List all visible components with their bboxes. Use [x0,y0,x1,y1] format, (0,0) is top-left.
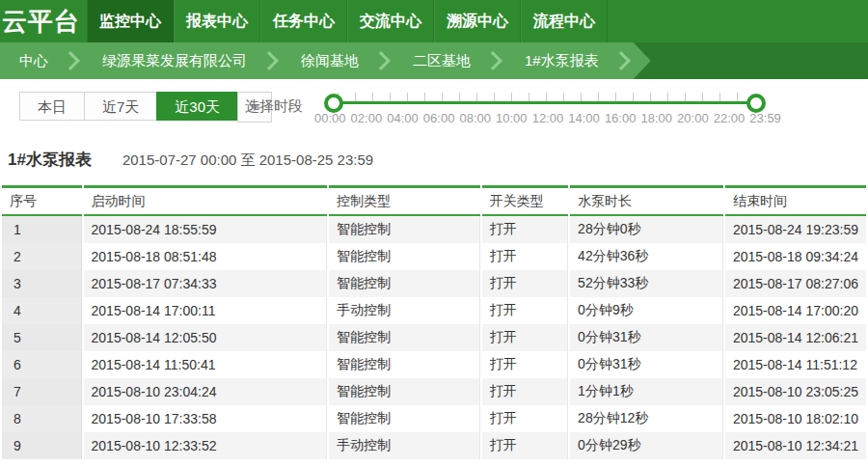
slider-tick-label: 10:00 [496,111,528,125]
date-range-button-group: 本日 近7天 近30天 [19,92,272,123]
column-header: 序号 [2,185,82,216]
date-range-button[interactable]: 近7天 [84,92,156,121]
cell-index: 8 [2,405,82,432]
table-row[interactable]: 3 2015-08-17 07:34:33 智能控制 打开 52分钟33秒 20… [2,270,866,297]
slider-tick-label: 18:00 [640,111,672,125]
cell-control-type: 智能控制 [329,243,480,270]
table-row[interactable]: 8 2015-08-10 17:33:58 智能控制 打开 28分钟12秒 20… [2,405,866,432]
cell-index: 5 [2,324,82,351]
top-navbar: 云平台 监控中心 报表中心 任务中心 交流中心 溯源中心 流程中心 [0,0,868,42]
slider-handle-end[interactable] [746,94,766,113]
breadcrumb-item[interactable]: 二区基地 [393,42,505,79]
date-range-button[interactable]: 近30天 [156,92,237,121]
cell-duration: 0分钟31秒 [570,351,723,378]
table-row[interactable]: 4 2015-08-14 17:00:11 手动控制 打开 0分钟9秒 2015… [2,297,866,324]
date-range-button[interactable]: 本日 [19,92,84,121]
cell-end-time: 2015-08-14 17:00:20 [725,297,866,324]
chevron-right-icon [61,51,80,70]
slider-tick-label: 22:00 [714,111,746,125]
cell-switch-type: 打开 [482,270,568,297]
slider-tick-label: 23:59 [749,111,781,125]
cell-switch-type: 打开 [482,378,568,405]
table-row[interactable]: 7 2015-08-10 23:04:24 智能控制 打开 1分钟1秒 2015… [2,378,866,405]
table-row[interactable]: 6 2015-08-14 11:50:41 智能控制 打开 0分钟31秒 201… [2,351,866,378]
cell-duration: 0分钟9秒 [570,297,723,324]
pump-report-table: 序号 启动时间 控制类型 开关类型 水泵时长 结束时间 1 2015-08-24… [0,185,868,459]
nav-item[interactable]: 任务中心 [260,0,347,42]
table-row[interactable]: 9 2015-08-10 12:33:52 手动控制 打开 0分钟29秒 201… [2,432,866,459]
cell-control-type: 智能控制 [329,351,480,378]
cell-index: 2 [2,243,82,270]
nav-item[interactable]: 报表中心 [174,0,260,42]
column-header: 结束时间 [725,185,866,216]
cell-index: 4 [2,297,82,324]
cell-switch-type: 打开 [482,324,568,351]
slider-tick-label: 12:00 [532,111,564,125]
cell-control-type: 手动控制 [329,297,480,324]
cell-control-type: 智能控制 [329,378,480,405]
cell-start-time: 2015-08-14 17:00:11 [84,297,328,324]
cell-duration: 28分钟0秒 [570,216,723,243]
slider-tick-label: 20:00 [677,111,709,125]
cell-index: 3 [2,270,82,297]
breadcrumb-item[interactable]: 绿源果菜发展有限公司 [83,42,282,79]
breadcrumb-end-arrow [634,42,651,79]
nav-item[interactable]: 流程中心 [521,0,608,42]
cell-start-time: 2015-08-14 12:05:50 [84,324,328,351]
column-header: 开关类型 [482,185,568,216]
table-row[interactable]: 5 2015-08-14 12:05:50 智能控制 打开 0分钟31秒 201… [2,324,866,351]
slider-track[interactable] [332,101,758,104]
cell-control-type: 智能控制 [329,405,480,432]
slider-tick-label: 14:00 [568,111,600,125]
chevron-right-icon [371,51,391,70]
breadcrumb-item-label: 二区基地 [413,52,471,70]
cell-index: 7 [2,378,82,405]
cell-index: 1 [2,216,82,243]
breadcrumb-item[interactable]: 中心 [0,42,83,79]
breadcrumb-item-label: 徐闻基地 [301,52,359,70]
nav-item[interactable]: 监控中心 [87,0,174,42]
app-logo: 云平台 [0,0,87,42]
cell-end-time: 2015-08-17 08:27:06 [725,270,866,297]
table-body: 1 2015-08-24 18:55:59 智能控制 打开 28分钟0秒 201… [2,216,866,459]
breadcrumb-item-label: 中心 [19,52,48,70]
table-row[interactable]: 2 2015-08-18 08:51:48 智能控制 打开 42分钟36秒 20… [2,243,866,270]
pump-report-page: { "navbar": { "logo": "云平台", "items": [ … [0,0,868,466]
cell-end-time: 2015-08-10 18:02:10 [725,405,866,432]
nav-item-label: 溯源中心 [447,12,508,32]
cell-start-time: 2015-08-10 23:04:24 [84,378,328,405]
nav-item[interactable]: 溯源中心 [434,0,521,42]
cell-duration: 0分钟29秒 [570,432,723,459]
column-header: 启动时间 [84,185,328,216]
main-menu: 监控中心 报表中心 任务中心 交流中心 溯源中心 流程中心 [87,0,608,42]
cell-end-time: 2015-08-24 19:23:59 [725,216,866,243]
nav-item-label: 监控中心 [99,12,161,32]
cell-end-time: 2015-08-14 12:06:21 [725,324,866,351]
column-header: 水泵时长 [570,185,723,216]
cell-duration: 28分钟12秒 [570,405,723,432]
chevron-right-icon [483,51,502,70]
cell-switch-type: 打开 [482,297,568,324]
date-range-buttons: 本日 近7天 近30天 [19,92,237,123]
column-header: 控制类型 [329,185,480,216]
report-period: 2015-07-27 00:00 至 2015-08-25 23:59 [122,151,373,170]
cell-end-time: 2015-08-10 23:05:25 [725,378,866,405]
cell-control-type: 手动控制 [329,432,480,459]
cell-start-time: 2015-08-17 07:34:33 [84,270,328,297]
cell-switch-type: 打开 [482,432,568,459]
nav-item[interactable]: 交流中心 [347,0,434,42]
time-range-slider: 00:00 02:00 04:00 06:00 08:00 10:00 12:0… [324,89,766,129]
table-row[interactable]: 1 2015-08-24 18:55:59 智能控制 打开 28分钟0秒 201… [2,216,866,243]
slider-tick-label: 02:00 [351,111,383,125]
chevron-right-icon [259,51,279,70]
cell-switch-type: 打开 [482,243,568,270]
breadcrumb-item[interactable]: 徐闻基地 [282,42,393,79]
cell-start-time: 2015-08-10 12:33:52 [84,432,328,459]
cell-duration: 0分钟31秒 [570,324,723,351]
slider-ticks [338,93,752,101]
breadcrumb-item[interactable]: 1#水泵报表 [505,42,634,79]
nav-item-label: 交流中心 [360,12,421,32]
cell-control-type: 智能控制 [329,270,480,297]
slider-handle-start[interactable] [324,94,343,113]
breadcrumb: 中心 绿源果菜发展有限公司 徐闻基地 二区基地 1#水泵报表 [0,42,868,79]
